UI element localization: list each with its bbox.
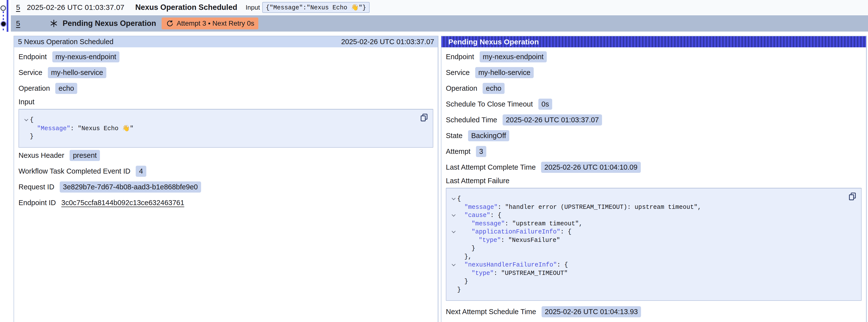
timeline-accent-bar — [7, 0, 8, 32]
field-label: Operation — [19, 84, 50, 93]
collapse-chevron-icon[interactable] — [452, 196, 456, 200]
field-value-chip: 0s — [538, 99, 552, 110]
history-row-event[interactable]: 5 2025-02-26 UTC 01:03:37.07 Nexus Opera… — [11, 0, 868, 15]
endpoint-id-link[interactable]: 3c0c75ccfa8144b092c13ce632463761 — [61, 199, 184, 207]
json-line: }, — [450, 253, 856, 261]
field-row-next-attempt-schedule-time: Next Attempt Schedule Time2025-02-26 UTC… — [446, 304, 862, 320]
input-section-label: Input — [19, 97, 433, 107]
field-label: Service — [19, 68, 42, 77]
json-key: "nexusHandlerFailureInfo" — [464, 261, 557, 268]
event-input-preview-chip: {"Message":"Nexus Echo 👋"} — [262, 2, 369, 13]
field-value-chip: 2025-02-26 UTC 01:04:10.09 — [541, 162, 641, 173]
field-value-chip: my-hello-service — [475, 67, 534, 78]
field-label: Attempt — [446, 148, 470, 156]
field-label: State — [446, 132, 463, 140]
json-line: { — [23, 116, 428, 124]
pending-asterisk-icon — [49, 19, 58, 28]
pending-detail-panel: Pending Nexus Operation Endpointmy-nexus… — [441, 36, 867, 322]
field-row-endpoint-id: Endpoint ID3c0c75ccfa8144b092c13ce632463… — [19, 195, 433, 211]
collapse-chevron-icon[interactable] — [24, 117, 28, 121]
json-line: { — [450, 195, 856, 203]
field-row-service: Servicemy-hello-service — [446, 65, 862, 80]
field-value-chip: 3e829b7e-7d67-4b08-aad3-b1e868bfe9e0 — [60, 182, 201, 193]
pending-id-link[interactable]: 5 — [16, 19, 20, 28]
field-row-workflow-task-completed-event-id: Workflow Task Completed Event ID4 — [19, 163, 433, 179]
field-value-chip: 4 — [136, 166, 146, 177]
field-row-service: Servicemy-hello-service — [19, 65, 433, 80]
event-detail-panel: 5 Nexus Operation Scheduled 2025-02-26 U… — [13, 36, 438, 322]
field-row-nexus-header: Nexus Headerpresent — [19, 148, 433, 163]
json-key: "applicationFailureInfo" — [471, 228, 560, 235]
copy-icon[interactable] — [420, 113, 429, 122]
field-row-endpoint: Endpointmy-nexus-endpoint — [19, 49, 433, 65]
event-title: Nexus Operation Scheduled — [135, 3, 237, 12]
json-line: } — [450, 286, 856, 294]
retry-badge: Attempt 3 • Next Retry 0s — [162, 18, 258, 29]
failure-json-block: {"message": "handler error (UPSTREAM_TIM… — [446, 188, 862, 301]
failure-section-label: Last Attempt Failure — [446, 176, 862, 186]
field-label: Operation — [446, 84, 477, 93]
json-line: "message": "upstream timeout", — [450, 220, 856, 228]
field-label: Scheduled Time — [446, 116, 497, 124]
event-time: 2025-02-26 UTC 01:03:37.07 — [27, 3, 124, 11]
field-row-scheduled-time: Scheduled Time2025-02-26 UTC 01:03:37.07 — [446, 112, 862, 128]
pending-detail-header: Pending Nexus Operation — [441, 36, 866, 47]
field-label: Schedule To Close Timeout — [446, 100, 533, 108]
field-value-chip: echo — [483, 83, 504, 94]
field-row-operation: Operationecho — [446, 80, 862, 96]
pending-detail-title: Pending Nexus Operation — [448, 38, 539, 46]
field-value-chip: 2025-02-26 UTC 01:04:13.93 — [541, 306, 641, 317]
json-line: "type": "UPSTREAM_TIMEOUT" — [450, 269, 856, 278]
retry-badge-label: Attempt 3 • Next Retry 0s — [177, 20, 254, 27]
field-value-chip: BackingOff — [468, 130, 509, 141]
event-id-link[interactable]: 5 — [16, 3, 20, 11]
history-row-pending[interactable]: 5 Pending Nexus Operation Attempt 3 • Ne… — [11, 15, 868, 32]
event-detail-header: 5 Nexus Operation Scheduled 2025-02-26 U… — [14, 36, 438, 47]
event-input-label: Input — [246, 4, 260, 11]
field-row-operation: Operationecho — [19, 80, 433, 96]
pending-title: Pending Nexus Operation — [63, 19, 156, 28]
field-label: Nexus Header — [19, 151, 64, 160]
collapse-chevron-icon[interactable] — [452, 213, 456, 217]
json-key: "cause" — [464, 212, 490, 219]
json-key: "type" — [479, 237, 501, 244]
field-label: Last Attempt Complete Time — [446, 163, 536, 171]
collapse-chevron-icon[interactable] — [452, 262, 456, 266]
copy-icon[interactable] — [848, 192, 857, 201]
json-line: } — [23, 132, 428, 141]
input-json-block: {"Message": "Nexus Echo 👋"} — [19, 109, 433, 148]
collapse-chevron-icon[interactable] — [452, 229, 456, 233]
field-label: Service — [446, 68, 470, 77]
field-label: Workflow Task Completed Event ID — [19, 167, 130, 175]
field-value-chip: my-hello-service — [48, 67, 106, 78]
json-line: } — [450, 244, 856, 253]
field-row-last-attempt-complete-time: Last Attempt Complete Time2025-02-26 UTC… — [446, 159, 862, 175]
json-key: "Message" — [37, 125, 70, 132]
json-key: "type" — [471, 270, 494, 277]
field-label: Endpoint — [19, 53, 47, 61]
field-row-attempt: Attempt3 — [446, 143, 862, 159]
field-value-chip: my-nexus-endpoint — [52, 51, 120, 62]
json-line: "nexusHandlerFailureInfo": { — [450, 261, 856, 269]
timeline-event-dot-icon — [0, 5, 6, 11]
event-detail-title: 5 Nexus Operation Scheduled — [18, 38, 114, 46]
event-detail-time: 2025-02-26 UTC 01:03:37.07 — [341, 38, 434, 46]
field-label: Next Attempt Schedule Time — [446, 308, 536, 316]
json-line: "type": "NexusFailure" — [450, 236, 856, 245]
json-line: "message": "handler error (UPSTREAM_TIME… — [450, 203, 856, 212]
field-value-chip: 3 — [476, 146, 486, 157]
field-label: Endpoint ID — [19, 199, 56, 207]
field-value-chip: present — [69, 150, 100, 161]
field-row-schedule-to-close-timeout: Schedule To Close Timeout0s — [446, 96, 862, 112]
timeline-pending-dot-icon — [0, 21, 6, 27]
json-line: } — [450, 278, 856, 286]
field-row-state: StateBackingOff — [446, 128, 862, 143]
field-label: Endpoint — [446, 53, 474, 61]
json-key: "message" — [471, 220, 505, 227]
field-label: Request ID — [19, 183, 54, 191]
retry-icon — [166, 20, 174, 27]
json-line: "cause": { — [450, 211, 856, 220]
json-key: "message" — [464, 204, 498, 211]
field-value-chip: my-nexus-endpoint — [479, 51, 547, 62]
field-value-chip: 2025-02-26 UTC 01:03:37.07 — [503, 115, 602, 126]
